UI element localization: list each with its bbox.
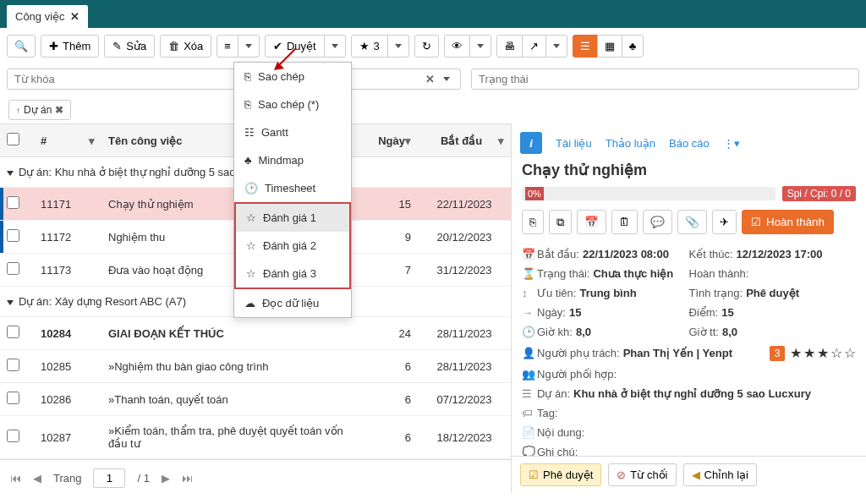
list-button[interactable]: ≡: [216, 35, 238, 58]
status-input[interactable]: [479, 73, 852, 85]
row-checkbox[interactable]: [7, 326, 19, 338]
caret-icon: [477, 44, 484, 48]
comment-button[interactable]: 💬: [643, 210, 672, 234]
info-tab[interactable]: i: [520, 132, 542, 154]
detail-panel: i Tài liệu Thảo luận Báo cáo ⋮▾ Chạy thử…: [511, 123, 866, 493]
caret-icon: [553, 44, 560, 48]
cloud-icon: ☁: [244, 297, 255, 310]
menu-rate-1[interactable]: ☆Đánh giá 1: [236, 204, 349, 232]
row-checkbox[interactable]: [7, 430, 19, 442]
caret-icon: [395, 44, 402, 48]
schedule-button[interactable]: 🗓: [611, 210, 638, 234]
keyword-input[interactable]: [14, 73, 420, 85]
menu-read-data[interactable]: ☁Đọc dữ liệu: [234, 289, 351, 317]
collapse-icon[interactable]: [7, 171, 14, 176]
footer-approve-button[interactable]: ☑ Phê duyệt: [520, 463, 601, 486]
tab-label: Công việc: [15, 10, 65, 23]
share-button[interactable]: ↗: [522, 35, 546, 58]
duplicate-button[interactable]: ⧉: [549, 210, 572, 234]
row-checkbox[interactable]: [7, 262, 19, 275]
print-button[interactable]: 🖶: [496, 35, 523, 58]
users-icon: 👥: [522, 368, 534, 381]
row-checkbox[interactable]: [7, 229, 19, 242]
chip-bar: ↑ Dự án ✖: [0, 96, 866, 123]
close-icon[interactable]: ✕: [70, 10, 79, 23]
edit-button[interactable]: ✎Sửa: [104, 35, 155, 58]
menu-mindmap[interactable]: ♣Mindmap: [234, 146, 351, 174]
ban-icon: ⊘: [617, 468, 626, 481]
copy-button[interactable]: ⎘: [522, 210, 544, 234]
pager-page-input[interactable]: [93, 468, 125, 488]
filter-icon[interactable]: ▾: [405, 134, 411, 147]
table-row[interactable]: 10285»Nghiệm thu bàn giao công trình 628…: [0, 350, 511, 383]
search-status[interactable]: [471, 68, 859, 90]
view-list-button[interactable]: ☰: [573, 35, 598, 58]
star-dropdown[interactable]: [387, 35, 409, 58]
table-row[interactable]: 10286»Thanh toán, quyết toán 607/12/2023: [0, 383, 511, 416]
approve-dropdown[interactable]: [324, 35, 346, 58]
tag-icon: 🏷: [522, 407, 534, 419]
star-icon: ☆: [246, 239, 256, 252]
menu-copy-star[interactable]: ⎘Sao chép (*): [234, 90, 351, 118]
calendar-icon: 📅: [522, 248, 534, 260]
footer-reject-button[interactable]: ⊘ Từ chối: [608, 463, 676, 486]
clear-icon[interactable]: ✕: [420, 73, 440, 85]
pager-last[interactable]: ⏭: [182, 472, 193, 485]
up-icon: ↑: [16, 106, 20, 115]
filter-chip-project[interactable]: ↑ Dự án ✖: [8, 100, 71, 120]
table-row[interactable]: 10284GIAI ĐOẠN KẾT THÚC 2428/11/2023: [0, 317, 511, 350]
footer-edit-button[interactable]: ◀ Chỉnh lại: [683, 463, 757, 486]
row-checkbox[interactable]: [7, 392, 19, 404]
complete-button[interactable]: ☑Hoàn thành: [742, 210, 834, 234]
tab-documents[interactable]: Tài liệu: [556, 137, 592, 150]
binoculars-button[interactable]: 🔍: [7, 35, 36, 58]
menu-gantt[interactable]: ☷Gantt: [234, 118, 351, 146]
remove-chip-icon[interactable]: ✖: [55, 104, 63, 116]
clock-icon: 🕑: [244, 182, 258, 194]
attach-button[interactable]: 📎: [677, 210, 707, 234]
filter-icon[interactable]: ▾: [89, 134, 95, 147]
select-all-checkbox[interactable]: [7, 133, 19, 145]
filter-icon[interactable]: ▾: [498, 134, 504, 147]
refresh-button[interactable]: ↻: [414, 35, 439, 58]
eye-button[interactable]: 👁: [444, 35, 470, 58]
table-row[interactable]: 10287»Kiểm toán, thẩm tra, phê duyệt quy…: [0, 416, 511, 459]
row-checkbox[interactable]: [7, 359, 19, 371]
tab-bar: Công việc ✕: [0, 5, 866, 28]
star-icon: ☆: [246, 267, 256, 280]
star-button[interactable]: ★3: [351, 35, 388, 58]
view-tree-button[interactable]: ♣: [622, 35, 644, 58]
menu-timesheet[interactable]: 🕑Timesheet: [234, 174, 351, 202]
caret-icon[interactable]: [443, 77, 450, 81]
tab-work[interactable]: Công việc ✕: [7, 5, 88, 28]
send-button[interactable]: ✈: [712, 210, 737, 234]
share-dropdown[interactable]: [545, 35, 567, 58]
copy-icon: ⎘: [244, 98, 251, 111]
pager-first[interactable]: ⏮: [10, 472, 21, 485]
star-icon: ★: [359, 40, 370, 52]
pager-prev[interactable]: ◀: [33, 472, 41, 485]
trash-icon: 🗑: [168, 40, 179, 52]
check-icon: ☑: [529, 468, 539, 481]
caret-icon: [245, 44, 252, 48]
calendar-button[interactable]: 📅: [577, 210, 606, 234]
rating[interactable]: 3★★★☆☆: [770, 345, 856, 361]
pencil-icon: ✎: [112, 40, 122, 52]
tab-report[interactable]: Báo cáo: [669, 137, 710, 150]
menu-rate-2[interactable]: ☆Đánh giá 2: [236, 232, 349, 260]
eye-dropdown[interactable]: [469, 35, 491, 58]
approve-button[interactable]: ✔Duyệt: [265, 35, 325, 58]
gantt-icon: ☷: [244, 126, 255, 139]
tab-more[interactable]: ⋮▾: [723, 137, 740, 150]
delete-button[interactable]: 🗑Xóa: [160, 35, 211, 58]
tab-discuss[interactable]: Thảo luận: [606, 137, 655, 150]
list-dropdown[interactable]: [238, 35, 260, 58]
row-checkbox[interactable]: [7, 196, 19, 209]
add-button[interactable]: ✚Thêm: [41, 35, 99, 58]
view-grid-button[interactable]: ▦: [597, 35, 622, 58]
star-icon: ☆: [246, 211, 256, 224]
menu-rate-3[interactable]: ☆Đánh giá 3: [236, 260, 349, 288]
pager-next[interactable]: ▶: [162, 472, 170, 485]
menu-copy[interactable]: ⎘Sao chép: [234, 63, 351, 90]
collapse-icon[interactable]: [7, 300, 14, 305]
